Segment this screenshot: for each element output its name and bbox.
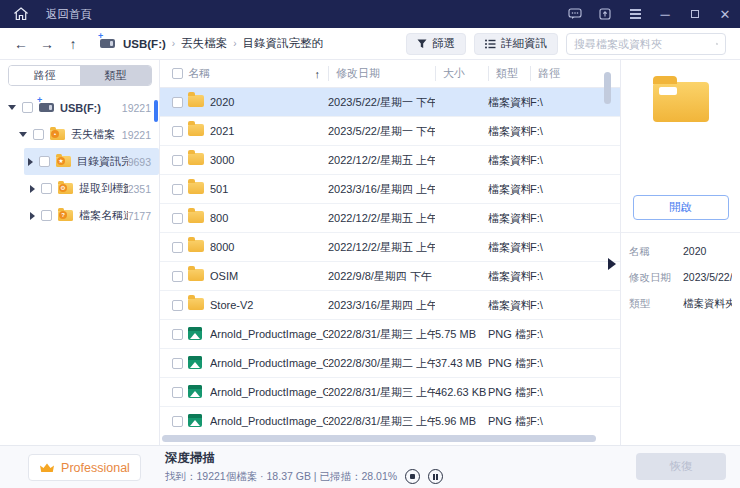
filter-button[interactable]: 篩選: [406, 33, 466, 55]
panel-collapse-arrow-icon[interactable]: [608, 258, 616, 270]
tree-item[interactable]: ?檔案名稱遺失的7177: [0, 202, 159, 229]
collapse-arrow-icon[interactable]: [30, 185, 35, 193]
gift-box-icon[interactable]: [590, 0, 620, 28]
table-row[interactable]: 5012023/3/16/星期四 上午 0...檔案資料夾F:\: [160, 175, 620, 204]
stop-scan-button[interactable]: [405, 469, 420, 484]
folder-badge: •: [51, 130, 59, 138]
row-checkbox[interactable]: [172, 97, 183, 108]
breadcrumb-drive[interactable]: USB(F:): [123, 38, 166, 50]
usb-drive-icon: [39, 103, 54, 112]
tree-item[interactable]: ★目錄資訊完整的9693: [24, 148, 159, 175]
file-path: F:\: [530, 415, 620, 427]
image-file-icon: [188, 327, 202, 340]
tab-path[interactable]: 路徑: [9, 66, 80, 85]
collapse-arrow-icon[interactable]: [30, 212, 35, 220]
select-all-checkbox[interactable]: [172, 68, 183, 79]
folder-badge: ?: [59, 211, 67, 219]
table-row[interactable]: 20202023/5/22/星期一 下午 0...檔案資料夾F:\: [160, 88, 620, 117]
row-checkbox[interactable]: [172, 213, 183, 224]
table-row[interactable]: OSIM2022/9/8/星期四 下午 07:...檔案資料夾F:\: [160, 262, 620, 291]
tree-item[interactable]: ⚙提取到標籤的2351: [0, 175, 159, 202]
tree-checkbox[interactable]: [41, 183, 52, 194]
usb-drive-icon: [100, 39, 115, 48]
row-checkbox[interactable]: [172, 416, 183, 427]
breadcrumb-lost-files[interactable]: 丟失檔案: [181, 36, 227, 51]
row-checkbox[interactable]: [172, 184, 183, 195]
search-input[interactable]: [574, 38, 716, 50]
file-type: PNG 檔案: [488, 356, 530, 371]
header-size[interactable]: 大小: [435, 66, 488, 81]
row-checkbox[interactable]: [172, 271, 183, 282]
tree-checkbox[interactable]: [41, 210, 52, 221]
vertical-scrollbar-thumb[interactable]: [604, 72, 611, 104]
table-row[interactable]: 80002022/12/2/星期五 上午 0...檔案資料夾F:\: [160, 233, 620, 262]
row-checkbox[interactable]: [172, 358, 183, 369]
table-row[interactable]: Arnold_ProductImage_Gold_Front...2022/8/…: [160, 349, 620, 378]
breadcrumb-current[interactable]: 目錄資訊完整的: [242, 36, 323, 51]
table-row[interactable]: Arnold_ProductImage_Gold_Front...2022/8/…: [160, 320, 620, 349]
row-checkbox[interactable]: [172, 329, 183, 340]
pause-scan-button[interactable]: [428, 469, 443, 484]
table-row[interactable]: 30002022/12/2/星期五 上午 0...檔案資料夾F:\: [160, 146, 620, 175]
open-button[interactable]: 開啟: [633, 195, 729, 220]
table-row[interactable]: Store-V22023/3/16/星期四 上午 0...檔案資料夾F:\: [160, 291, 620, 320]
row-checkbox[interactable]: [172, 242, 183, 253]
image-file-icon: [188, 385, 202, 398]
sidebar: 路徑 類型 USB(F:)19221•丟失檔案19221★目錄資訊完整的9693…: [0, 60, 160, 445]
recover-button[interactable]: 恢復: [636, 453, 726, 480]
header-type[interactable]: 類型: [488, 66, 530, 81]
maximize-button[interactable]: [680, 0, 710, 28]
tree-item-label: 檔案名稱遺失的: [79, 208, 128, 223]
file-path: F:\: [530, 328, 620, 340]
tree-item[interactable]: •丟失檔案19221: [0, 121, 159, 148]
expand-arrow-icon[interactable]: [8, 105, 16, 110]
tree-checkbox[interactable]: [39, 156, 50, 167]
header-date[interactable]: 修改日期: [328, 66, 435, 81]
file-size: 462.63 KB: [435, 386, 488, 398]
table-body: 20202023/5/22/星期一 下午 0...檔案資料夾F:\2021202…: [160, 88, 620, 433]
file-date: 2022/8/31/星期三 上午 1...: [328, 414, 435, 429]
tree-checkbox[interactable]: [22, 102, 33, 113]
table-row[interactable]: Arnold_ProductImage_Gold_Front...2022/8/…: [160, 407, 620, 433]
tree-item[interactable]: USB(F:)19221: [0, 94, 159, 121]
details-button[interactable]: 詳細資訊: [474, 33, 558, 55]
horizontal-scrollbar-thumb[interactable]: [162, 435, 596, 442]
file-name: Arnold_ProductImage_Gold_Front...: [210, 415, 328, 427]
file-name: Arnold_ProductImage_Gold_Front...: [210, 357, 328, 369]
up-arrow-icon[interactable]: ↑: [60, 36, 86, 52]
row-checkbox[interactable]: [172, 387, 183, 398]
collapse-arrow-icon[interactable]: [28, 158, 33, 166]
tab-type[interactable]: 類型: [80, 66, 151, 85]
header-name[interactable]: 名稱: [188, 66, 210, 81]
close-button[interactable]: ✕: [710, 0, 740, 28]
sidebar-scrollbar-thumb[interactable]: [154, 100, 158, 122]
back-arrow-icon[interactable]: ←: [8, 36, 34, 52]
table-row[interactable]: Arnold_ProductImage_Gold_Front...2022/8/…: [160, 378, 620, 407]
row-checkbox[interactable]: [172, 300, 183, 311]
file-details: 名稱2020修改日期2023/5/22/星...類型檔案資料夾: [621, 233, 740, 311]
crown-icon: [39, 462, 55, 474]
sidebar-tabs: 路徑 類型: [8, 65, 152, 86]
sort-ascending-icon[interactable]: ↑: [315, 68, 321, 80]
file-path: F:\: [530, 241, 620, 253]
expand-arrow-icon[interactable]: [19, 132, 27, 137]
minimize-button[interactable]: ─: [650, 0, 680, 28]
table-row[interactable]: 8002022/12/2/星期五 上午 0...檔案資料夾F:\: [160, 204, 620, 233]
table-row[interactable]: 20212023/5/22/星期一 下午 0...檔案資料夾F:\: [160, 117, 620, 146]
menu-icon[interactable]: [620, 0, 650, 28]
file-path: F:\: [530, 125, 620, 137]
tree-checkbox[interactable]: [33, 129, 44, 140]
file-size: 5.96 MB: [435, 415, 488, 427]
tree-item-count: 9693: [128, 156, 151, 168]
forward-arrow-icon[interactable]: →: [34, 36, 60, 52]
back-home-label[interactable]: 返回首頁: [46, 7, 92, 22]
home-button[interactable]: 返回首頁: [0, 0, 106, 28]
search-icon[interactable]: [716, 38, 718, 50]
row-checkbox[interactable]: [172, 126, 183, 137]
professional-button[interactable]: Professional: [28, 454, 141, 481]
file-date: 2022/9/8/星期四 下午 07:...: [328, 269, 435, 284]
feedback-chat-icon[interactable]: [560, 0, 590, 28]
footer: Professional 深度掃描 找到：19221個檔案 · 18.37 GB…: [0, 445, 740, 488]
row-checkbox[interactable]: [172, 155, 183, 166]
search-box[interactable]: [566, 33, 726, 55]
